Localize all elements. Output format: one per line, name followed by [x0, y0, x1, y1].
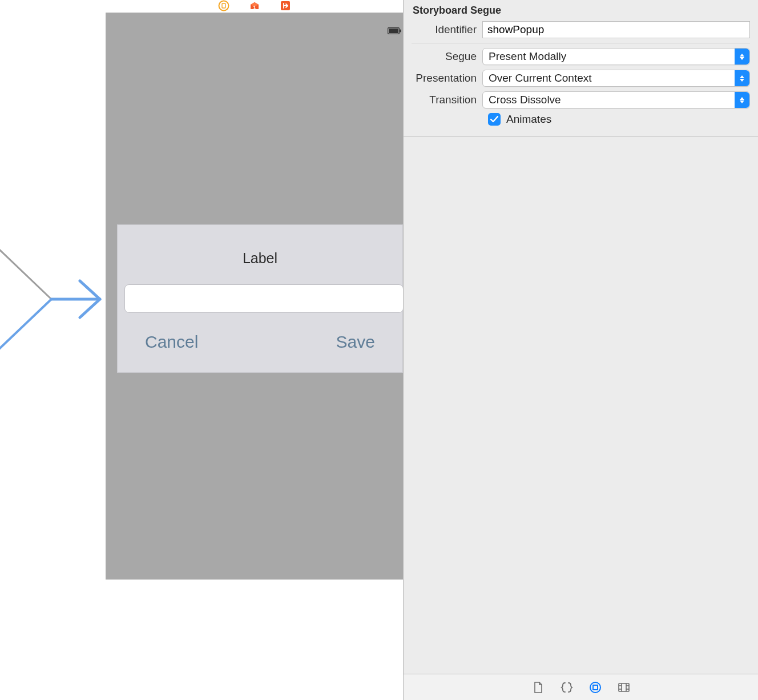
- segue-select[interactable]: Present Modally: [482, 48, 750, 65]
- presentation-select[interactable]: Over Current Context: [482, 70, 750, 87]
- separator: [412, 43, 750, 43]
- popup-button-row: Cancel Save: [118, 332, 402, 352]
- svg-marker-13: [740, 79, 744, 82]
- save-button[interactable]: Save: [336, 332, 375, 352]
- exit-icon[interactable]: [279, 0, 292, 12]
- svg-point-0: [219, 1, 228, 11]
- viewcontroller-icon[interactable]: [217, 0, 230, 12]
- identifier-field[interactable]: [482, 21, 750, 38]
- svg-marker-10: [740, 54, 744, 57]
- first-responder-icon[interactable]: 1: [248, 0, 261, 12]
- code-snippet-library-icon[interactable]: [560, 681, 574, 694]
- scene-dock: 1: [106, 0, 403, 13]
- svg-text:1: 1: [253, 5, 256, 10]
- segue-select-value: Present Modally: [489, 50, 566, 63]
- svg-marker-12: [740, 75, 744, 78]
- popup-text-field[interactable]: [124, 284, 404, 313]
- svg-rect-17: [593, 685, 598, 690]
- file-template-library-icon[interactable]: [531, 681, 545, 694]
- popup-title-label: Label: [118, 250, 402, 267]
- svg-line-8: [0, 299, 51, 370]
- stepper-icon: [735, 49, 749, 65]
- transition-label: Transition: [412, 94, 482, 106]
- svg-rect-6: [389, 29, 398, 33]
- presentation-select-value: Over Current Context: [489, 72, 592, 85]
- segue-label: Segue: [412, 50, 482, 63]
- svg-marker-15: [740, 100, 744, 103]
- animates-checkbox[interactable]: [488, 113, 501, 126]
- battery-icon: [388, 26, 401, 33]
- svg-point-16: [590, 682, 600, 693]
- svg-marker-14: [740, 97, 744, 100]
- ib-canvas[interactable]: 1 Label: [0, 0, 403, 700]
- stepper-icon: [735, 70, 749, 86]
- transition-select-value: Cross Dissolve: [489, 94, 561, 106]
- transition-row: Transition Cross Dissolve: [412, 91, 750, 108]
- svg-line-7: [0, 228, 51, 299]
- svg-rect-18: [619, 683, 629, 691]
- animates-row: Animates: [488, 113, 750, 126]
- svg-rect-5: [400, 30, 401, 33]
- media-library-icon[interactable]: [617, 681, 631, 694]
- segue-row: Segue Present Modally: [412, 48, 750, 65]
- inspector-empty-area: [404, 136, 758, 576]
- segue-section: Storyboard Segue Identifier Segue Presen…: [404, 0, 758, 136]
- object-library-icon[interactable]: [588, 681, 602, 694]
- xcode-interface-builder: 1 Label: [0, 0, 758, 700]
- svg-rect-1: [222, 3, 225, 8]
- presentation-row: Presentation Over Current Context: [412, 70, 750, 87]
- scene-dock-icons: 1: [217, 0, 292, 11]
- identifier-label: Identifier: [412, 23, 482, 36]
- popup-view[interactable]: Label Cancel Save: [117, 224, 403, 373]
- cancel-button[interactable]: Cancel: [145, 332, 198, 352]
- presentation-label: Presentation: [412, 72, 482, 85]
- animates-label: Animates: [506, 113, 551, 126]
- attributes-inspector: Storyboard Segue Identifier Segue Presen…: [403, 0, 758, 700]
- transition-select[interactable]: Cross Dissolve: [482, 91, 750, 108]
- identifier-row: Identifier: [412, 21, 750, 38]
- scene-viewcontroller[interactable]: 1 Label: [106, 0, 403, 580]
- section-title: Storyboard Segue: [413, 5, 750, 17]
- svg-marker-11: [740, 57, 744, 60]
- stepper-icon: [735, 92, 749, 108]
- library-tab-bar: [404, 674, 758, 700]
- scene-view[interactable]: Label Cancel Save: [106, 13, 403, 580]
